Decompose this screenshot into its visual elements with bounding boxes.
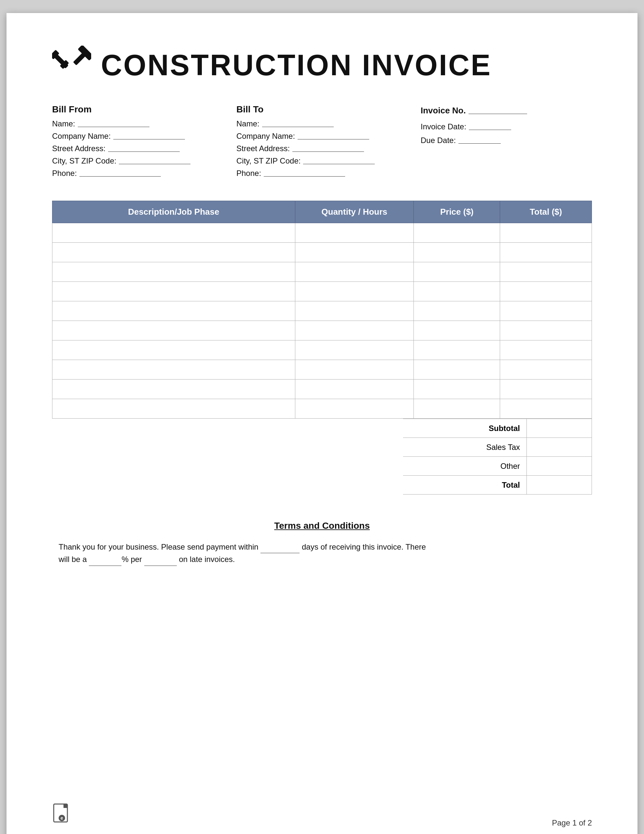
bill-to-label: Bill To — [236, 104, 408, 115]
bill-from-phone: Phone: — [52, 169, 223, 178]
table-row — [52, 282, 592, 301]
col-price: Price ($) — [414, 201, 500, 223]
bill-from-label: Bill From — [52, 104, 223, 115]
summary-table: Subtotal Sales Tax Other Total — [403, 419, 592, 495]
bill-from-city: City, ST ZIP Code: — [52, 157, 223, 165]
terms-title: Terms and Conditions — [59, 520, 585, 531]
terms-text: Thank you for your business. Please send… — [59, 541, 585, 566]
invoice-no-field: Invoice No. — [421, 105, 592, 116]
table-row — [52, 301, 592, 321]
other-label: Other — [403, 457, 527, 476]
total-row: Total — [403, 476, 592, 495]
other-value[interactable] — [527, 457, 592, 476]
col-quantity: Quantity / Hours — [295, 201, 414, 223]
table-row — [52, 399, 592, 419]
invoice-header: CONSTRUCTION INVOICE — [52, 45, 592, 85]
svg-text:e: e — [61, 815, 63, 821]
subtotal-row: Subtotal — [403, 419, 592, 438]
due-date-field: Due Date: — [421, 136, 592, 145]
bill-to-city: City, ST ZIP Code: — [236, 157, 408, 165]
bill-to-phone: Phone: — [236, 169, 408, 178]
bill-to-name: Name: — [236, 119, 408, 128]
bill-from-column: Bill From Name: Company Name: Street Add… — [52, 104, 223, 181]
total-label: Total — [403, 476, 527, 495]
bill-to-company: Company Name: — [236, 132, 408, 141]
invoice-info-column: Invoice No. Invoice Date: Due Date: — [421, 104, 592, 181]
col-total: Total ($) — [500, 201, 592, 223]
table-row — [52, 360, 592, 380]
bill-from-name: Name: — [52, 119, 223, 128]
footer-logo-icon: e — [52, 803, 72, 828]
bill-to-column: Bill To Name: Company Name: Street Addre… — [236, 104, 408, 181]
table-row — [52, 380, 592, 399]
subtotal-value[interactable] — [527, 419, 592, 438]
terms-section: Terms and Conditions Thank you for your … — [52, 520, 592, 566]
table-row — [52, 341, 592, 360]
table-row — [52, 321, 592, 341]
bill-to-street: Street Address: — [236, 144, 408, 153]
bill-from-street: Street Address: — [52, 144, 223, 153]
table-row — [52, 223, 592, 243]
invoice-table: Description/Job Phase Quantity / Hours P… — [52, 201, 592, 419]
bill-from-company: Company Name: — [52, 132, 223, 141]
col-description: Description/Job Phase — [52, 201, 295, 223]
svg-rect-7 — [64, 804, 68, 808]
invoice-footer: e Page 1 of 2 — [52, 803, 592, 828]
footer-page-text: Page 1 of 2 — [552, 818, 592, 828]
subtotal-label: Subtotal — [403, 419, 527, 438]
table-row — [52, 262, 592, 282]
invoice-title: CONSTRUCTION INVOICE — [101, 48, 492, 82]
sales-tax-label: Sales Tax — [403, 438, 527, 457]
invoice-page: CONSTRUCTION INVOICE Bill From Name: Com… — [6, 13, 638, 834]
tools-icon — [52, 45, 91, 85]
table-row — [52, 243, 592, 262]
sales-tax-value[interactable] — [527, 438, 592, 457]
sales-tax-row: Sales Tax — [403, 438, 592, 457]
other-row: Other — [403, 457, 592, 476]
invoice-date-field: Invoice Date: — [421, 122, 592, 131]
summary-section: Subtotal Sales Tax Other Total — [52, 419, 592, 495]
total-value[interactable] — [527, 476, 592, 495]
bill-section: Bill From Name: Company Name: Street Add… — [52, 104, 592, 181]
